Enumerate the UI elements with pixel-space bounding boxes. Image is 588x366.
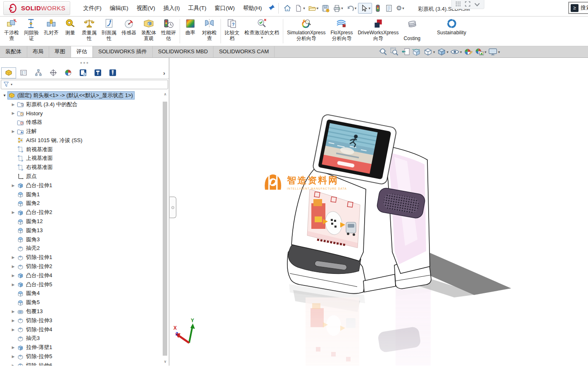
expand-caret-icon[interactable]: ▶ <box>10 318 17 323</box>
undo-icon[interactable]: ▾ <box>345 3 358 13</box>
menu-tools[interactable]: 工具(T) <box>184 2 211 14</box>
tree-item[interactable]: ▶包覆13 <box>0 307 162 316</box>
tree-item[interactable]: ▶切除-拉伸6 <box>0 361 162 366</box>
tree-item[interactable]: ▶拉伸-薄壁1 <box>0 343 162 352</box>
options-gear-icon[interactable]: ⚙▾ <box>395 3 405 13</box>
tab-sketch[interactable]: 草图 <box>49 46 71 57</box>
zoom-to-area-icon[interactable] <box>389 47 400 57</box>
tree-item[interactable]: 前视基准面 <box>0 145 162 154</box>
ribbon-button-section-properties[interactable]: 剖面属 性 <box>99 17 119 46</box>
ribbon-button-hole-alignment[interactable]: 孔对齐 <box>41 17 61 46</box>
open-icon[interactable]: ▾ <box>307 3 320 13</box>
expand-caret-icon[interactable]: ▶ <box>10 283 17 287</box>
edit-appearance-icon[interactable] <box>463 47 474 57</box>
home-icon[interactable] <box>282 3 293 13</box>
propertymanager-tab[interactable] <box>16 67 31 78</box>
dropdown-caret-icon[interactable]: ▾ <box>261 36 263 40</box>
configurationmanager-tab[interactable] <box>31 67 46 78</box>
menu-insert[interactable]: 插入(I) <box>159 2 184 14</box>
collapse-caret-icon[interactable]: ▾ <box>1 93 8 97</box>
tree-root-item[interactable]: ▾ (固定) 前头板<1> -> (默认<<默认>_显示状态 1>) <box>0 91 162 100</box>
panel-flyout-arrow-icon[interactable]: › <box>163 69 165 76</box>
ribbon-button-symmetry-check[interactable]: 对称检 查 <box>199 17 219 46</box>
ribbon-button-clearance-verification[interactable]: 间隙验 证 <box>21 17 41 46</box>
ribbon-button-assembly-visualization[interactable]: 装配体 直观 <box>139 17 159 46</box>
tree-item[interactable]: 抽壳3 <box>0 334 162 343</box>
zoom-to-fit-icon[interactable] <box>378 47 389 57</box>
cam-feature-tree-tab[interactable] <box>76 67 90 78</box>
tree-item[interactable]: 抽壳2 <box>0 244 162 253</box>
tree-item[interactable]: 圆角3 <box>0 235 162 244</box>
expand-caret-icon[interactable]: ▶ <box>10 255 17 259</box>
expand-caret-icon[interactable]: ▶ <box>10 364 17 366</box>
tree-item[interactable]: 传感器 <box>0 118 162 127</box>
expand-caret-icon[interactable]: ▶ <box>10 210 17 214</box>
save-icon[interactable] <box>320 3 331 13</box>
fullscreen-icon[interactable] <box>465 1 470 8</box>
tree-item[interactable]: ▶切除-拉伸1 <box>0 253 162 262</box>
tab-evaluate[interactable]: 评估 <box>71 46 93 57</box>
menu-window[interactable]: 窗口(W) <box>211 2 239 14</box>
tree-item[interactable]: ▶彩票机 (3.4) 中的配合 <box>0 100 162 109</box>
tree-item[interactable]: ▶切除-拉伸3 <box>0 316 162 325</box>
ribbon-button-floxpress[interactable]: FloXpress 分析向导 <box>328 17 355 46</box>
previous-view-icon[interactable] <box>401 47 411 57</box>
ribbon-button-sensor[interactable]: 传感器 <box>119 17 139 46</box>
expand-caret-icon[interactable]: ▶ <box>10 354 17 359</box>
tree-item[interactable]: 圆角12 <box>0 217 162 226</box>
tree-item[interactable]: 原点 <box>0 172 162 181</box>
panel-splitter-handle[interactable] <box>169 197 176 218</box>
displaymanager-tab[interactable] <box>61 67 76 78</box>
ribbon-button-costing[interactable]: Costing <box>401 17 423 46</box>
ribbon-button-curvature[interactable]: 曲率 <box>181 17 199 46</box>
grid-icon[interactable] <box>455 1 461 8</box>
ribbon-button-simulationxpress[interactable]: SimulationXpress 分析向导 <box>285 17 328 46</box>
tree-item[interactable]: ▶切除-拉伸4 <box>0 325 162 334</box>
tree-item[interactable]: 圆角13 <box>0 226 162 235</box>
ribbon-button-check-active-document[interactable]: 检查激活的文档▾ <box>242 17 282 46</box>
tree-item[interactable]: ▶切除-拉伸5 <box>0 352 162 361</box>
tree-item[interactable]: 圆角2 <box>0 199 162 208</box>
pin-menu-icon[interactable] <box>268 4 275 12</box>
tree-item[interactable]: ▶切除-拉伸2 <box>0 262 162 271</box>
hide-show-items-icon[interactable]: ▾ <box>450 47 462 57</box>
menu-edit[interactable]: 编辑(E) <box>106 2 133 14</box>
ribbon-button-interference-detection[interactable]: 干涉检 查 <box>2 17 21 46</box>
expand-caret-icon[interactable]: ▶ <box>10 129 17 133</box>
tree-item[interactable]: ▶凸台-拉伸4 <box>0 271 162 280</box>
tree-item[interactable]: ▶凸台-拉伸1 <box>0 181 162 190</box>
tree-item[interactable]: 右视基准面 <box>0 163 162 172</box>
menu-help[interactable]: 帮助(H) <box>239 2 266 14</box>
ribbon-button-driveworksxpress[interactable]: DriveWorksXpress 向导 <box>355 17 401 46</box>
menu-view[interactable]: 视图(V) <box>133 2 159 14</box>
ribbon-button-performance-evaluation[interactable]: 性能评 估 <box>159 17 178 46</box>
tab-assembly[interactable]: 装配体 <box>0 46 27 57</box>
tree-item[interactable]: 圆角1 <box>0 190 162 199</box>
ribbon-button-measure[interactable]: 测量 <box>61 17 79 46</box>
tree-item[interactable]: ▶凸台-拉伸5 <box>0 280 162 289</box>
tree-item[interactable]: 圆角5 <box>0 298 162 307</box>
scroll-down-icon[interactable]: ∨ <box>162 358 168 365</box>
tree-item[interactable]: ▶凸台-拉伸2 <box>0 208 162 217</box>
tree-item[interactable]: ▶注解 <box>0 127 162 136</box>
new-document-icon[interactable]: ▾ <box>293 3 306 13</box>
ribbon-button-mass-properties[interactable]: 质量属 性 <box>79 17 99 46</box>
tree-item[interactable]: 上视基准面 <box>0 154 162 163</box>
expand-caret-icon[interactable]: ▶ <box>10 345 17 349</box>
scroll-up-icon[interactable]: ∧ <box>162 91 168 97</box>
print-icon[interactable]: ▾ <box>331 3 344 13</box>
expand-caret-icon[interactable]: ▶ <box>10 309 17 314</box>
apply-scene-icon[interactable]: ▾ <box>474 47 487 57</box>
menu-file[interactable]: 文件(F) <box>79 2 106 14</box>
tab-layout[interactable]: 布局 <box>27 46 49 57</box>
panel-resize-grip[interactable]: ●●● <box>78 61 91 65</box>
view-orientation-icon[interactable]: ▾ <box>423 47 436 57</box>
expand-caret-icon[interactable]: ▶ <box>10 328 17 332</box>
cam-tools-tab[interactable] <box>105 67 120 78</box>
file-properties-icon[interactable] <box>384 3 394 13</box>
section-view-icon[interactable] <box>412 47 422 57</box>
featuremanager-tree-tab[interactable] <box>1 67 16 78</box>
view-settings-icon[interactable]: ▾ <box>488 47 500 57</box>
expand-caret-icon[interactable]: ▶ <box>10 111 17 115</box>
expand-caret-icon[interactable]: ▶ <box>10 183 17 188</box>
